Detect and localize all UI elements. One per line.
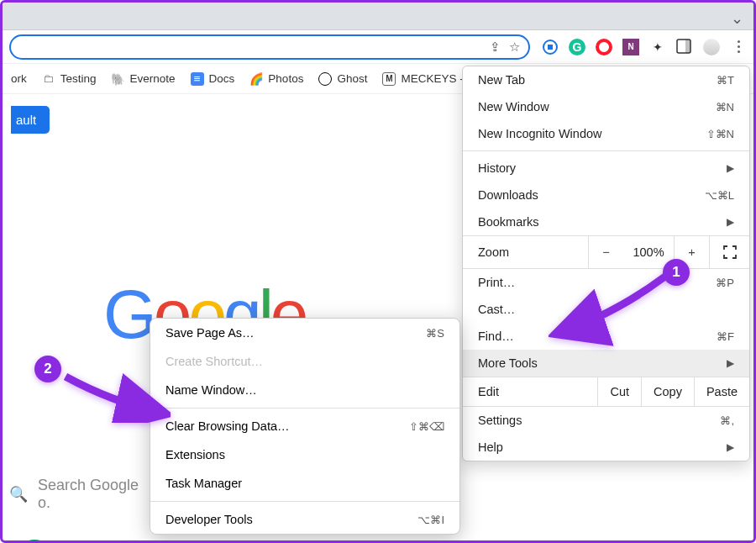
submenu-save-page[interactable]: Save Page As…⌘S xyxy=(150,319,459,347)
bookmark-item[interactable]: ≡Docs xyxy=(191,72,235,86)
menu-separator xyxy=(150,408,459,409)
submenu-name-window[interactable]: Name Window… xyxy=(150,376,459,404)
annotation-arrow-2 xyxy=(61,364,171,423)
menu-paste[interactable]: Paste xyxy=(694,377,749,406)
folder-icon: 🗀 xyxy=(42,72,55,86)
submenu-extensions[interactable]: Extensions xyxy=(150,440,459,469)
menu-edit-row: Edit Cut Copy Paste xyxy=(463,377,749,407)
bookmark-item[interactable]: Ghost xyxy=(318,72,367,86)
qr-icon[interactable] xyxy=(542,39,559,55)
svg-rect-3 xyxy=(685,40,690,53)
annotation-badge-1: 1 xyxy=(663,259,690,286)
fullscreen-button[interactable] xyxy=(709,236,749,268)
extensions-puzzle-icon[interactable]: ✦ xyxy=(649,39,666,55)
bookmark-item[interactable]: 🌈Photos xyxy=(249,72,303,86)
bookmark-item[interactable]: 🗀Testing xyxy=(42,72,97,86)
omnibox[interactable]: ⇪ ☆ xyxy=(9,34,530,60)
more-tools-submenu: Save Page As…⌘S Create Shortcut… Name Wi… xyxy=(150,318,460,535)
address-bar: ⇪ ☆ G N ✦ xyxy=(3,30,753,64)
star-icon[interactable]: ☆ xyxy=(509,40,520,55)
search-box[interactable]: 🔍 Search Google o. xyxy=(9,477,152,512)
menu-new-tab[interactable]: New Tab⌘T xyxy=(463,66,749,93)
menu-separator xyxy=(463,150,749,151)
svg-rect-1 xyxy=(548,45,553,50)
submenu-arrow-icon: ▶ xyxy=(727,216,734,228)
search-placeholder: Search Google o. xyxy=(38,477,152,512)
menu-new-window[interactable]: New Window⌘N xyxy=(463,93,749,120)
share-icon[interactable]: ⇪ xyxy=(490,40,501,55)
shortcut-tile[interactable]: 🌳GT Data xyxy=(110,540,155,543)
onenote-icon[interactable]: N xyxy=(622,39,639,55)
photos-icon: 🌈 xyxy=(249,72,263,86)
menu-history[interactable]: History▶ xyxy=(463,155,749,182)
menu-downloads[interactable]: Downloads⌥⌘L xyxy=(463,182,749,208)
evernote-icon: 🐘 xyxy=(112,72,125,86)
bookmark-item[interactable]: 🐘Evernote xyxy=(112,72,176,86)
bookmark-item[interactable]: MMECKEYS - xyxy=(382,72,463,86)
submenu-developer-tools[interactable]: Developer Tools⌥⌘I xyxy=(150,505,459,534)
menu-incognito[interactable]: New Incognito Window⇧⌘N xyxy=(463,120,749,147)
menu-settings[interactable]: Settings⌘, xyxy=(463,407,749,434)
menu-more-tools[interactable]: More Tools▶ xyxy=(463,350,749,377)
zoom-value: 100% xyxy=(623,245,674,259)
menu-bookmarks[interactable]: Bookmarks▶ xyxy=(463,208,749,235)
menu-cut[interactable]: Cut xyxy=(597,377,641,406)
chrome-main-menu: New Tab⌘T New Window⌘N New Incognito Win… xyxy=(462,66,750,461)
shortcut-tile[interactable]: DDesygner xyxy=(9,540,60,543)
bookmark-item[interactable]: ork xyxy=(11,72,27,85)
annotation-arrow-1 xyxy=(549,272,675,347)
annotation-badge-2: 2 xyxy=(34,356,61,382)
docs-icon: ≡ xyxy=(191,72,204,86)
shortcut-tiles: DDesygner 🌳GT Data Trello Twitter Zerodh… xyxy=(9,540,412,543)
extension-icons: G N ✦ xyxy=(537,39,747,55)
opera-icon[interactable] xyxy=(596,39,612,55)
menu-help[interactable]: Help▶ xyxy=(463,434,749,461)
chrome-menu-button[interactable] xyxy=(730,39,747,55)
menu-copy[interactable]: Copy xyxy=(641,377,694,406)
submenu-task-manager[interactable]: Task Manager xyxy=(150,469,459,498)
ghost-icon xyxy=(318,72,332,86)
submenu-arrow-icon: ▶ xyxy=(727,441,734,453)
menu-separator xyxy=(150,501,459,502)
menu-zoom: Zoom − 100% + xyxy=(463,235,749,269)
submenu-create-shortcut: Create Shortcut… xyxy=(150,347,459,376)
submenu-clear-browsing-data[interactable]: Clear Browsing Data…⇧⌘⌫ xyxy=(150,412,459,440)
minimize-chevron-icon[interactable]: ⌄ xyxy=(731,9,743,28)
tab-strip: ⌄ xyxy=(3,3,753,30)
submenu-arrow-icon: ▶ xyxy=(727,357,734,369)
search-icon: 🔍 xyxy=(9,485,28,503)
meckeys-icon: M xyxy=(382,72,396,86)
grammarly-icon[interactable]: G xyxy=(569,39,585,55)
submenu-arrow-icon: ▶ xyxy=(727,162,734,174)
profile-avatar[interactable] xyxy=(703,39,720,55)
set-default-button[interactable]: ault xyxy=(3,106,50,134)
zoom-out-button[interactable]: − xyxy=(588,236,623,268)
sidepanel-icon[interactable] xyxy=(676,39,693,55)
